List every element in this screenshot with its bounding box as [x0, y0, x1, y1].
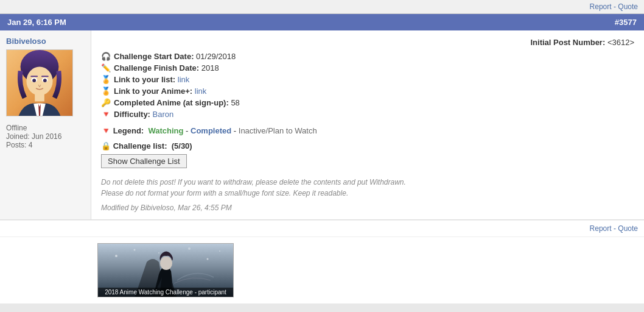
medal-icon: 🏅: [101, 75, 111, 84]
challenge-finish-value: 2018: [201, 63, 219, 73]
sig-caption: 2018 Anime Watching Challenge - particip…: [98, 288, 233, 297]
svg-rect-9: [35, 94, 44, 102]
completed-line: 🔑 Completed Anime (at sign-up): 58: [101, 98, 634, 107]
svg-point-17: [160, 257, 172, 270]
top-report-link[interactable]: Report: [590, 2, 612, 11]
link-list-link[interactable]: link: [178, 75, 190, 84]
avatar-image: [7, 50, 72, 116]
warning-line1: Do not delete this post! If you want to …: [101, 177, 634, 188]
link-anime-label: Link to your Anime+:: [114, 87, 192, 96]
pencil-icon: ✏️: [101, 63, 111, 73]
svg-point-13: [158, 252, 159, 254]
svg-rect-8: [41, 76, 49, 77]
link-anime-line: 🏅 Link to your Anime+: link: [101, 87, 634, 96]
difficulty-line: 🔻 Difficulty: Baron: [101, 110, 634, 119]
svg-point-6: [43, 79, 47, 82]
post-body: Bibiveloso: [0, 30, 644, 220]
challenge-list-section: 🔒 Challenge list: (5/30) Show Challenge …: [101, 141, 634, 168]
challenge-start-line: 🎧 Challenge Start Date: 01/29/2018: [101, 52, 634, 61]
post-number: #3577: [615, 18, 637, 27]
challenge-start-label: Challenge Start Date:: [114, 52, 194, 61]
warning-line2: Please do not format your form with a sm…: [101, 188, 634, 199]
completed-label: Completed Anime (at sign-up):: [114, 98, 229, 107]
user-status: Offline: [6, 124, 27, 132]
svg-point-15: [207, 258, 209, 260]
headphones-icon: 🎧: [101, 52, 111, 61]
svg-point-16: [219, 250, 220, 252]
link-list-line: 🏅 Link to your list: link: [101, 75, 634, 84]
warning-text: Do not delete this post! If you want to …: [101, 177, 634, 199]
challenge-list-count: (5/30): [172, 141, 192, 151]
svg-point-14: [188, 247, 191, 250]
difficulty-value: Baron: [153, 110, 174, 119]
footer-report-link[interactable]: Report: [590, 224, 612, 233]
key-icon: 🔑: [101, 98, 111, 107]
svg-point-4: [32, 79, 36, 82]
challenge-finish-label: Challenge Finish Date:: [114, 63, 199, 73]
post-footer: Report - Quote: [0, 220, 644, 236]
completed-value: 58: [231, 98, 239, 107]
modified-text: Modified by Bibiveloso, Mar 26, 4:55 PM: [101, 204, 634, 212]
user-joined: Joined: Jun 2016: [6, 132, 61, 141]
link-anime-link[interactable]: link: [195, 87, 207, 96]
initial-post-label: Initial Post Number:: [530, 38, 605, 47]
difficulty-label: Difficulty:: [114, 110, 150, 119]
initial-post-value: <3612>: [607, 38, 634, 47]
legend-completed: Completed: [191, 126, 231, 135]
footer-quote-link[interactable]: Quote: [618, 224, 638, 233]
svg-point-2: [26, 66, 52, 95]
legend-label: Legend:: [113, 126, 144, 135]
sig-image-content: 2018 Anime Watching Challenge - particip…: [98, 244, 233, 297]
chain-icon: 🏅: [101, 87, 111, 96]
user-posts: Posts: 4: [6, 141, 32, 149]
avatar-svg: [7, 49, 72, 116]
svg-point-12: [134, 249, 136, 251]
top-action-bar: Report - Quote: [0, 0, 644, 14]
challenge-list-label-text: Challenge list:: [113, 141, 167, 151]
challenge-finish-line: ✏️ Challenge Finish Date: 2018: [101, 63, 634, 73]
show-challenge-list-button[interactable]: Show Challenge List: [101, 154, 187, 168]
lock-icon: 🔒: [101, 141, 111, 151]
legend-line: 🔻 Legend: Watching - Completed - Inactiv…: [101, 126, 634, 135]
legend-dash1: -: [186, 126, 191, 135]
post-header-bar: Jan 29, 6:16 PM #3577: [0, 14, 644, 30]
legend-inactive: Inactive/Plan to Watch: [239, 126, 317, 135]
top-quote-link[interactable]: Quote: [618, 2, 638, 11]
legend-dash2: -: [234, 126, 239, 135]
challenge-list-header: 🔒 Challenge list: (5/30): [101, 141, 634, 151]
challenge-start-value: 01/29/2018: [196, 52, 236, 61]
user-sidebar: Bibiveloso: [0, 30, 91, 219]
signature-area: 2018 Anime Watching Challenge - particip…: [0, 236, 644, 303]
avatar: [6, 49, 73, 116]
post-date: Jan 29, 6:16 PM: [7, 18, 66, 27]
link-list-label: Link to your list:: [114, 75, 175, 84]
svg-point-11: [115, 255, 117, 257]
signature-image: 2018 Anime Watching Challenge - particip…: [97, 243, 234, 297]
username[interactable]: Bibiveloso: [6, 37, 46, 46]
svg-rect-7: [30, 76, 38, 77]
post-content: Initial Post Number: <3612> 🎧 Challenge …: [91, 30, 644, 219]
legend-watching: Watching: [148, 126, 183, 135]
triangle-down-icon: 🔻: [101, 126, 111, 135]
triangle-icon: 🔻: [101, 110, 111, 119]
